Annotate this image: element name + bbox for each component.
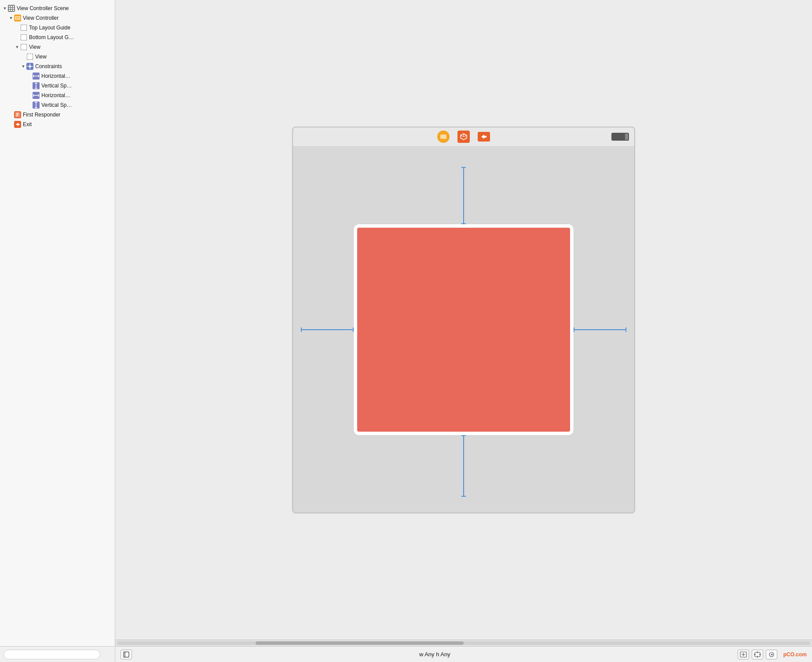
sidebar-item-vc-label: View Controller <box>23 15 59 21</box>
constraint-bottom <box>463 435 464 497</box>
sidebar-item-vertical2-label: Vertical Sp… <box>41 102 72 108</box>
svg-rect-4 <box>9 8 10 9</box>
phone-frame <box>292 127 635 513</box>
sidebar-item-bottom-layout-label: Bottom Layout G… <box>29 34 74 40</box>
constraint-v2-icon <box>33 102 40 109</box>
battery-indicator <box>611 133 629 141</box>
sidebar-item-bottom-layout[interactable]: Bottom Layout G… <box>0 33 115 42</box>
canvas-scroll[interactable] <box>115 0 812 640</box>
svg-rect-41 <box>440 135 446 139</box>
disclosure-top-layout <box>14 25 20 31</box>
svg-line-44 <box>461 135 464 137</box>
disclosure-h1 <box>26 73 33 79</box>
disclosure-exit <box>8 121 14 127</box>
svg-line-45 <box>464 135 467 137</box>
first-responder-icon: F <box>14 111 21 118</box>
sidebar-item-horizontal1[interactable]: Horizontal… <box>0 71 115 81</box>
sidebar-item-view-child-label: View <box>35 54 47 60</box>
bottom-toolbar-center: w Any h Any <box>419 651 450 658</box>
centered-view[interactable] <box>354 224 574 435</box>
vc-icon <box>14 15 21 22</box>
scrollbar-track[interactable] <box>117 641 810 645</box>
sidebar-item-first-responder[interactable]: F First Responder <box>0 110 115 120</box>
canvas-area: w Any h Any <box>115 0 812 662</box>
phone-content[interactable] <box>293 147 634 513</box>
constraint-v1-icon <box>33 82 40 89</box>
vc-icons-bar <box>437 131 490 143</box>
disclosure-v2 <box>26 102 33 108</box>
vc-cube-icon[interactable] <box>457 131 470 143</box>
bottom-toolbar: w Any h Any <box>115 646 812 662</box>
sidebar-item-view-child[interactable]: View <box>0 52 115 62</box>
constraint-h1-icon <box>33 73 40 80</box>
add-constraints-btn[interactable] <box>752 650 763 659</box>
sidebar-item-top-layout-label: Top Layout Guide <box>29 25 70 31</box>
storyboard-toggle-btn[interactable] <box>121 650 132 659</box>
bottom-toolbar-left <box>121 650 132 659</box>
disclosure-constraints[interactable]: ▼ <box>20 63 26 69</box>
sidebar-item-view-parent[interactable]: ▼ View <box>0 42 115 52</box>
sidebar-item-exit-label: Exit <box>23 121 32 127</box>
disclosure-h2 <box>26 92 33 98</box>
sidebar-content: ▼ View Controller Scen <box>0 0 115 646</box>
sidebar-bottom <box>0 646 115 662</box>
main-area: ▼ View Controller Scen <box>0 0 812 662</box>
sidebar-item-horizontal2[interactable]: Horizontal… <box>0 91 115 100</box>
disclosure-scene[interactable]: ▼ <box>2 5 8 11</box>
vc-yellow-icon[interactable] <box>437 131 450 143</box>
exit-icon <box>14 121 21 128</box>
sidebar-item-first-responder-label: First Responder <box>23 112 60 118</box>
svg-rect-6 <box>13 8 14 9</box>
view-icon-bottom <box>20 34 27 41</box>
search-input[interactable] <box>4 650 100 659</box>
sidebar-item-constraints-label: Constraints <box>35 63 62 69</box>
canvas-scrollbar[interactable] <box>115 640 812 646</box>
size-label: w Any h Any <box>419 651 450 658</box>
centered-view-container <box>354 224 574 435</box>
scrollbar-thumb[interactable] <box>256 641 464 645</box>
constraint-h2-icon <box>33 92 40 99</box>
resolve-btn[interactable] <box>766 650 777 659</box>
svg-rect-46 <box>124 652 129 657</box>
svg-rect-8 <box>11 10 12 11</box>
constraint-top <box>463 167 464 224</box>
sidebar-item-horizontal2-label: Horizontal… <box>41 92 70 98</box>
disclosure-v1 <box>26 83 33 89</box>
svg-rect-5 <box>11 8 12 9</box>
sidebar-item-constraints[interactable]: ▼ Constraints <box>0 62 115 71</box>
svg-rect-12 <box>15 17 20 19</box>
vc-exit-icon[interactable] <box>478 132 490 142</box>
sidebar-item-horizontal1-label: Horizontal… <box>41 73 70 79</box>
svg-rect-3 <box>13 6 14 7</box>
disclosure-view-child <box>20 54 26 60</box>
svg-rect-1 <box>9 6 10 7</box>
svg-rect-20 <box>29 65 31 67</box>
svg-rect-2 <box>11 6 12 7</box>
sidebar-item-exit[interactable]: Exit <box>0 120 115 129</box>
sidebar-item-view-parent-label: View <box>29 44 40 50</box>
scene-icon <box>8 5 15 12</box>
sidebar-item-vc[interactable]: ▼ View Controller <box>0 13 115 23</box>
sidebar-item-scene[interactable]: ▼ View Controller Scen <box>0 4 115 13</box>
constraints-icon <box>26 63 33 70</box>
sidebar-item-vertical1-label: Vertical Sp… <box>41 83 72 89</box>
sidebar-item-vertical1[interactable]: Vertical Sp… <box>0 81 115 91</box>
view-icon-child <box>26 53 33 60</box>
view-icon-top <box>20 24 27 31</box>
disclosure-vc[interactable]: ▼ <box>8 15 14 21</box>
sidebar-item-top-layout[interactable]: Top Layout Guide <box>0 23 115 33</box>
svg-rect-14 <box>21 34 27 40</box>
svg-rect-15 <box>21 44 27 50</box>
bottom-toolbar-right: pCO.com <box>738 650 807 659</box>
sidebar-item-vertical2[interactable]: Vertical Sp… <box>0 100 115 110</box>
svg-text:F: F <box>16 113 19 117</box>
view-icon-parent <box>20 44 27 51</box>
align-btn[interactable] <box>738 650 749 659</box>
sidebar-item-scene-label: View Controller Scene <box>17 5 69 11</box>
disclosure-bottom-layout <box>14 34 20 40</box>
constraint-left <box>301 329 354 330</box>
sidebar: ▼ View Controller Scen <box>0 0 115 662</box>
svg-rect-9 <box>13 10 14 11</box>
disclosure-fr <box>8 112 14 118</box>
disclosure-view[interactable]: ▼ <box>14 44 20 50</box>
